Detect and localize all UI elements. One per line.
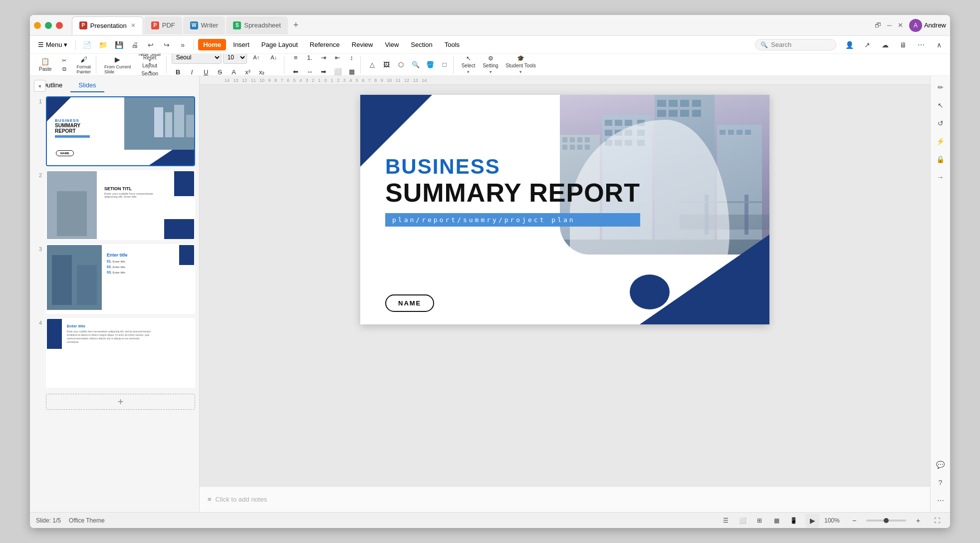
normal-view-icon[interactable]: ⬜	[735, 514, 749, 528]
slide-item-3[interactable]: 3 Enter t	[34, 244, 195, 314]
slide-thumb-3[interactable]: Enter title 01. Enter title 02. Enter ti…	[46, 244, 195, 314]
cut-button[interactable]: ✂	[56, 57, 72, 64]
menu-item-section[interactable]: Section	[406, 39, 437, 50]
zoom-slider[interactable]	[866, 520, 906, 522]
reading-view-icon[interactable]: 📱	[786, 514, 800, 528]
tab-presentation-close[interactable]: ✕	[131, 22, 136, 29]
tab-slides[interactable]: Slides	[70, 79, 104, 92]
align-center-button[interactable]: ↔	[303, 65, 316, 76]
bullets-button[interactable]: ≡	[289, 54, 302, 64]
new-file-icon[interactable]: 📄	[80, 38, 94, 52]
shapes-button[interactable]: △	[366, 58, 379, 71]
tab-writer[interactable]: W Writer	[183, 16, 225, 34]
outline-view-icon[interactable]: ☰	[719, 514, 733, 528]
slide-name-button[interactable]: NAME	[385, 294, 434, 312]
new-tab-button[interactable]: +	[289, 18, 303, 32]
maximize-button[interactable]	[45, 22, 52, 29]
strikethrough-button[interactable]: S	[214, 65, 227, 76]
add-slide-button[interactable]: +	[46, 394, 195, 410]
slide-thumb-2[interactable]: SETION TITL Enter your subtitle here con…	[46, 170, 195, 240]
from-current-button[interactable]: ▶ From CurrentSlide	[101, 57, 134, 73]
hamburger-menu[interactable]: ☰ Menu ▾	[34, 39, 71, 50]
font-size-select[interactable]: 10	[223, 54, 247, 64]
lock-tool-button[interactable]: 🔒	[933, 152, 948, 167]
indent-out-button[interactable]: ⇤	[331, 54, 344, 64]
user-icon[interactable]: 👤	[842, 38, 856, 52]
slide-canvas[interactable]: BUSINESS SUMMARY REPORT plan/report/summ…	[360, 95, 769, 324]
filter-tool-button[interactable]: ⚡	[933, 134, 948, 149]
slide-show-view-icon[interactable]: ▦	[769, 514, 783, 528]
bold-button[interactable]: B	[172, 65, 185, 76]
superscript-button[interactable]: x²	[242, 65, 254, 76]
format-painter-button[interactable]: 🖌 FormatPainter	[74, 57, 94, 73]
align-right-button[interactable]: ➡	[317, 65, 330, 76]
align-justify-button[interactable]: ⬜	[331, 65, 344, 76]
tab-pdf[interactable]: P PDF	[144, 16, 182, 34]
more-quick-icon[interactable]: »	[176, 38, 190, 52]
collapse-icon[interactable]: ∧	[932, 38, 946, 52]
font-size-down-button[interactable]: A↓	[266, 54, 282, 63]
screen-icon[interactable]: 🖥	[896, 38, 910, 52]
menu-item-home[interactable]: Home	[198, 39, 226, 50]
setting-button[interactable]: ⚙ Setting ▾	[480, 57, 501, 73]
line-spacing-button[interactable]: ↕	[345, 54, 358, 64]
slide-item-1[interactable]: 1	[34, 96, 195, 166]
menu-item-insert[interactable]: Insert	[228, 39, 254, 50]
more-icon[interactable]: ⋯	[914, 38, 928, 52]
menu-item-view[interactable]: View	[380, 39, 404, 50]
underline-button[interactable]: U	[200, 65, 213, 76]
find-button[interactable]: 🔍	[409, 58, 422, 71]
menu-item-review[interactable]: Review	[347, 39, 378, 50]
window-close-icon[interactable]: ✕	[898, 21, 903, 29]
tab-presentation[interactable]: P Presentation ✕	[72, 16, 143, 34]
italic-button[interactable]: I	[186, 65, 199, 76]
align-left-button[interactable]: ⬅	[289, 65, 302, 76]
menu-item-tools[interactable]: Tools	[440, 39, 465, 50]
open-file-icon[interactable]: 📁	[96, 38, 110, 52]
slide-item-4[interactable]: 4 Enter title Enter your subtitle here c…	[34, 318, 195, 388]
share-icon[interactable]: ↗	[860, 38, 874, 52]
menu-item-reference[interactable]: Reference	[305, 39, 345, 50]
zoom-out-button[interactable]: −	[847, 514, 861, 528]
smartart-button[interactable]: ⬡	[395, 58, 408, 71]
redo-icon[interactable]: ↪	[160, 38, 174, 52]
print-icon[interactable]: 🖨	[128, 38, 142, 52]
columns-button[interactable]: ▦	[345, 65, 358, 76]
menu-item-page-layout[interactable]: Page Layout	[256, 39, 303, 50]
outline-button[interactable]: □	[438, 58, 451, 71]
minimize-button[interactable]	[34, 22, 41, 29]
close-button[interactable]	[56, 22, 63, 29]
undo-icon[interactable]: ↩	[144, 38, 158, 52]
pen-tool-button[interactable]: ✏	[933, 80, 948, 95]
user-profile[interactable]: A Andrew	[909, 19, 946, 32]
slide-thumb-4[interactable]: Enter title Enter your subtitle here con…	[46, 318, 195, 388]
canvas-scroll[interactable]: BUSINESS SUMMARY REPORT plan/report/summ…	[200, 85, 930, 486]
tab-spreadsheet[interactable]: S Spreadsheet	[226, 16, 288, 34]
copy-button[interactable]: ⧉	[56, 65, 72, 72]
zoom-in-button[interactable]: +	[911, 514, 925, 528]
student-tools-button[interactable]: 🎓 Student Tools ▾	[503, 57, 539, 73]
font-name-select[interactable]: Seoul	[172, 54, 222, 64]
restore-icon[interactable]: 🗗	[875, 21, 881, 29]
paste-button[interactable]: 📋 Paste	[36, 57, 55, 73]
grid-view-icon[interactable]: ⊞	[752, 514, 766, 528]
cursor-tool-button[interactable]: ↖	[933, 98, 948, 113]
window-min-icon[interactable]: ─	[887, 21, 892, 29]
search-input[interactable]	[771, 41, 831, 48]
font-size-up-button[interactable]: A↑	[248, 54, 264, 63]
indent-in-button[interactable]: ⇥	[317, 54, 330, 64]
numbering-button[interactable]: 1.	[303, 54, 316, 64]
cloud-icon[interactable]: ☁	[878, 38, 892, 52]
play-button[interactable]: ▶	[805, 514, 819, 528]
font-color-button[interactable]: A	[228, 65, 241, 76]
picture-button[interactable]: 🖼	[380, 58, 393, 71]
save-icon[interactable]: 💾	[112, 38, 126, 52]
chat-tool-button[interactable]: 💬	[933, 457, 948, 472]
select-button[interactable]: ↖ Select ▾	[459, 57, 479, 73]
arrow-tool-button[interactable]: →	[933, 170, 948, 185]
collapse-panel-button[interactable]: «	[34, 80, 46, 92]
fill-button[interactable]: 🪣	[424, 58, 437, 71]
notes-area[interactable]: ≡ Click to add notes	[200, 486, 930, 512]
help-tool-button[interactable]: ?	[933, 475, 948, 490]
undo-tool-button[interactable]: ↺	[933, 116, 948, 131]
